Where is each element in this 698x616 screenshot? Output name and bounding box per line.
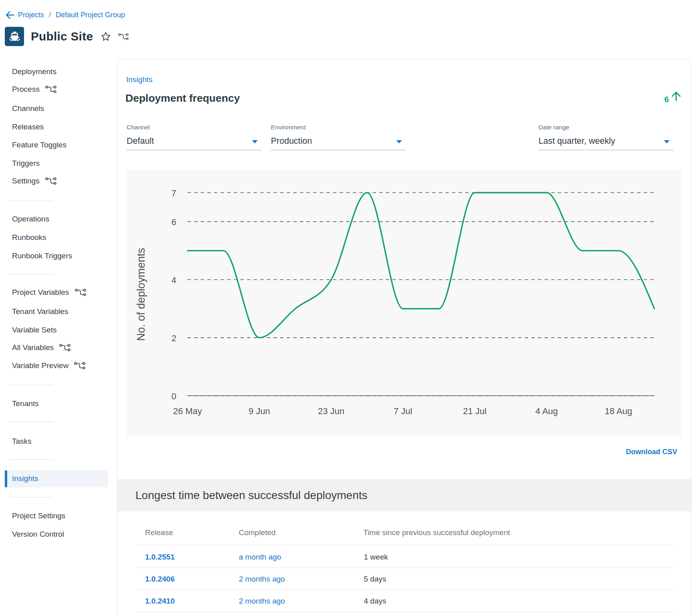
svg-text:7: 7 bbox=[171, 188, 176, 198]
svg-text:6: 6 bbox=[171, 217, 176, 227]
svg-text:2: 2 bbox=[171, 333, 176, 343]
svg-text:23 Jun: 23 Jun bbox=[318, 406, 344, 416]
svg-text:7 Jul: 7 Jul bbox=[393, 406, 412, 416]
svg-text:26 May: 26 May bbox=[173, 406, 202, 416]
svg-text:18 Aug: 18 Aug bbox=[605, 406, 632, 416]
svg-text:4: 4 bbox=[171, 275, 176, 285]
svg-text:9 Jun: 9 Jun bbox=[248, 406, 270, 416]
svg-text:4 Aug: 4 Aug bbox=[535, 406, 558, 416]
svg-text:0: 0 bbox=[171, 391, 176, 401]
svg-text:No. of deployments: No. of deployments bbox=[135, 248, 147, 341]
svg-text:21 Jul: 21 Jul bbox=[463, 406, 487, 416]
